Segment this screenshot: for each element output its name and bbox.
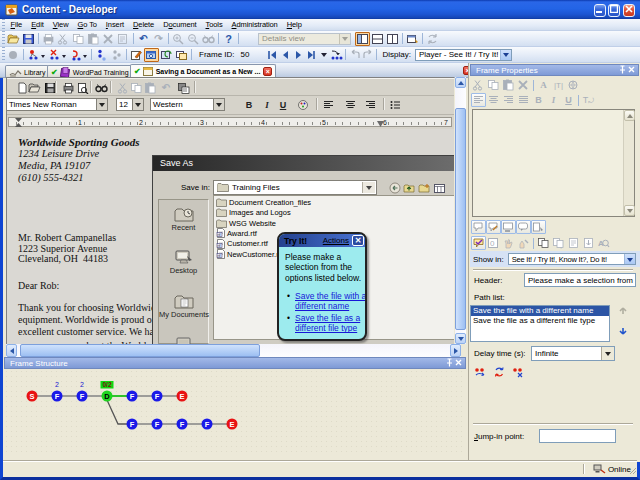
find-a-icon[interactable]: A (596, 236, 611, 250)
branch-small-icon[interactable] (330, 48, 343, 62)
nav-first-icon[interactable] (265, 48, 278, 62)
scroll-down-button[interactable] (624, 205, 635, 216)
scroll-right-button[interactable] (450, 344, 461, 357)
path-refresh-icon[interactable] (492, 365, 507, 379)
delete-x-icon[interactable] (516, 78, 531, 92)
zoom-out-icon[interactable] (186, 32, 201, 46)
close-icon[interactable] (454, 359, 463, 368)
scroll-up-button[interactable] (455, 77, 466, 88)
frame-node-f[interactable]: F (202, 419, 213, 430)
align-right-icon[interactable] (363, 98, 377, 111)
path-list-item[interactable]: Save the file as a different file type (471, 316, 609, 326)
up-folder-icon[interactable] (402, 181, 416, 195)
align-right-icon[interactable] (501, 93, 516, 107)
file-item[interactable]: Document Creation_files (216, 198, 311, 208)
color-palette-icon[interactable] (296, 98, 310, 111)
details-view-combo[interactable]: Details view (258, 33, 351, 45)
copy-icon[interactable] (486, 78, 501, 92)
zoom-in-icon[interactable] (171, 32, 186, 46)
menu-view[interactable]: View (48, 19, 73, 30)
frame-structure-graph[interactable]: SF2F2D0/2FFEFFFFE (4, 369, 466, 456)
pin-icon[interactable] (445, 358, 454, 369)
hand-paint-icon[interactable] (516, 236, 531, 250)
frame-text-editor[interactable] (472, 109, 635, 217)
cut-icon[interactable] (56, 32, 71, 46)
maximize-button[interactable] (608, 4, 620, 17)
horizontal-scrollbar[interactable] (6, 344, 461, 357)
bold-icon[interactable]: B (531, 93, 546, 107)
frame-node-f[interactable]: F2 (52, 381, 63, 402)
place-recent[interactable]: Recent (159, 205, 208, 232)
path-dots2-icon[interactable] (109, 48, 124, 62)
doc-undo-icon[interactable]: ↶ (159, 81, 173, 94)
frame-node-f[interactable]: F (177, 419, 188, 430)
copy-add-icon[interactable]: , (551, 236, 566, 250)
underline-icon[interactable]: U (276, 98, 290, 111)
frame-node-f[interactable]: F (127, 419, 138, 430)
undo-icon[interactable]: ↶ (136, 32, 151, 46)
nav-next-icon[interactable] (291, 48, 304, 62)
bubble-check-icon[interactable] (471, 236, 486, 250)
menu-administration[interactable]: Administration (227, 19, 282, 30)
file-item[interactable]: WSG Website (216, 218, 276, 228)
hand-icon[interactable] (501, 236, 516, 250)
show-in-combo[interactable]: See It! / Try It!, Know It?, Do It! (508, 253, 636, 265)
align-left-icon[interactable] (321, 98, 335, 111)
right-indent-marker[interactable] (377, 121, 384, 127)
redo-icon[interactable]: ↷ (151, 32, 166, 46)
scroll-left-button[interactable] (6, 344, 17, 357)
toolbar-grip[interactable] (2, 47, 5, 62)
scroll-up-button[interactable] (624, 110, 635, 121)
font-size-combo[interactable]: 12 (116, 98, 144, 111)
zero-box-icon[interactable]: 0 (486, 236, 501, 250)
doc-open-icon[interactable] (27, 81, 41, 94)
doc-paste-icon[interactable] (143, 81, 157, 94)
jump-back-icon[interactable] (348, 48, 361, 62)
place-my-documents[interactable]: My Documents (159, 292, 208, 319)
frame-node-e[interactable]: E (177, 391, 188, 402)
path-list[interactable]: Save the file with a different nameSave … (470, 305, 610, 342)
doc-find-icon[interactable] (94, 81, 108, 94)
nav-prev-icon[interactable] (278, 48, 291, 62)
jump-in-input[interactable] (539, 429, 616, 443)
link-globe-icon[interactable] (566, 78, 581, 92)
file-item[interactable]: Images and Logos (216, 208, 291, 218)
align-left-icon[interactable] (471, 93, 486, 107)
tryit-close-button[interactable]: ✕ (352, 235, 364, 246)
resize-grip[interactable] (629, 467, 637, 475)
bullets-icon[interactable] (388, 98, 402, 111)
frame-node-d[interactable]: D0/2 (101, 381, 114, 402)
header-input[interactable]: Please make a selection from (524, 273, 636, 287)
bubble-5-icon[interactable] (531, 220, 546, 234)
frame-node-e[interactable]: E (227, 419, 238, 430)
delete-x-icon[interactable] (101, 32, 116, 46)
bubble-1-icon[interactable] (471, 220, 486, 234)
align-center-icon[interactable] (486, 93, 501, 107)
rotate-text-icon[interactable]: T⤾ (581, 93, 596, 107)
move-down-icon[interactable] (617, 326, 629, 338)
menu-help[interactable]: Help (282, 19, 306, 30)
delay-time-combo[interactable]: Infinite (531, 346, 615, 361)
frame-node-f[interactable]: F (127, 391, 138, 402)
toolbar-grip[interactable] (2, 19, 5, 30)
toolbar-grip[interactable] (2, 31, 5, 46)
frame-node-f[interactable]: F (152, 391, 163, 402)
menu-go-to[interactable]: Go To (73, 19, 101, 30)
cut-icon[interactable] (471, 78, 486, 92)
indent-markers[interactable] (15, 118, 23, 127)
open-folder-icon[interactable] (6, 32, 21, 46)
bold-icon[interactable]: B (242, 98, 256, 111)
close-tab-button[interactable]: × (263, 67, 272, 76)
tryit-actions-link[interactable]: Actions (323, 236, 352, 245)
new-folder-icon[interactable] (417, 181, 431, 195)
menu-insert[interactable]: Insert (101, 19, 128, 30)
doc-preview-icon[interactable] (75, 81, 89, 94)
paste-special-icon[interactable] (116, 32, 131, 46)
paste-icon[interactable] (86, 32, 101, 46)
frame-id-value[interactable]: 50 (239, 50, 252, 59)
close-icon[interactable] (627, 66, 636, 75)
recapture-icon[interactable] (159, 48, 174, 62)
place-desktop[interactable]: Desktop (159, 248, 208, 275)
charset-combo[interactable]: Western (150, 98, 225, 111)
find-icon[interactable] (201, 32, 216, 46)
